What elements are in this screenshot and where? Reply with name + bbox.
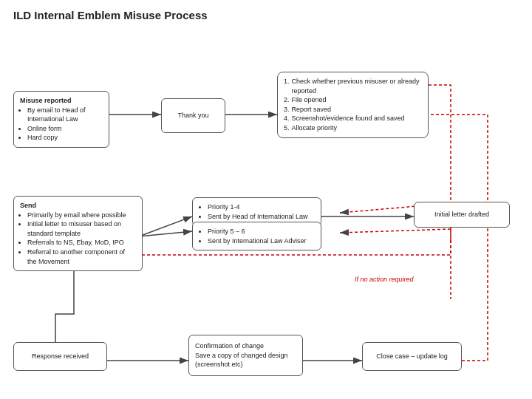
misuse-reported-box: Misuse reported By email to Head of Inte… xyxy=(13,91,109,148)
thank-you-box: Thank you xyxy=(161,98,225,133)
initial-letter-box: Initial letter drafted xyxy=(414,202,510,228)
confirmation-box: Confirmation of change Save a copy of ch… xyxy=(188,335,303,376)
svg-line-10 xyxy=(139,216,192,236)
close-case-box: Close case – update log xyxy=(362,342,462,371)
response-received-box: Response received xyxy=(13,342,107,371)
send-box: Send Primarily by email where possible I… xyxy=(13,196,143,271)
svg-line-11 xyxy=(139,231,192,236)
checklist-box: 1. Check whether previous misuser or alr… xyxy=(277,72,429,138)
svg-line-7 xyxy=(340,229,451,233)
if-no-action-label: If no action required xyxy=(355,276,414,283)
priority-5-6-box: Priority 5 – 6 Sent by International Law… xyxy=(192,222,321,250)
page-title: ILD Internal Emblem Misuse Process xyxy=(0,0,532,26)
